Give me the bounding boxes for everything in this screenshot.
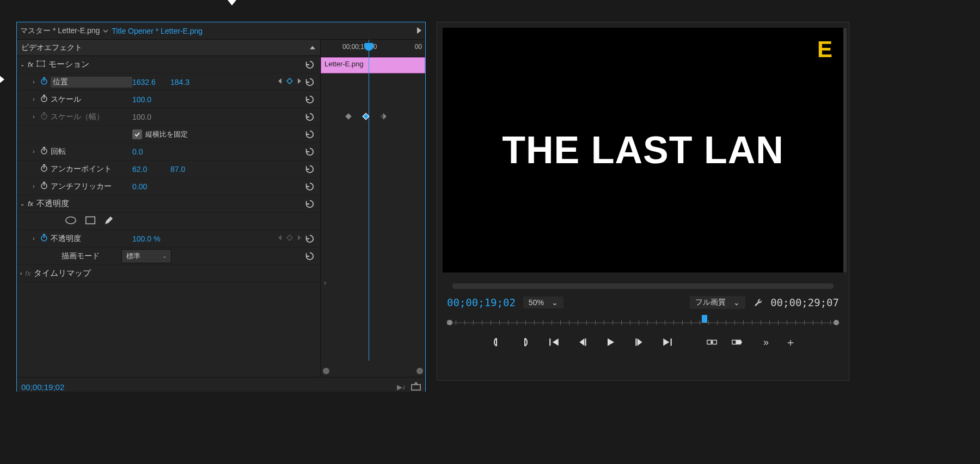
export-frame-icon[interactable]	[411, 382, 421, 392]
add-button-icon[interactable]: ＋	[785, 335, 796, 350]
effect-timeline[interactable]: 0 00;00;16;00 00 Letter-E.png ›	[321, 40, 425, 377]
duration-timecode[interactable]: 00;00;29;07	[770, 296, 839, 308]
anchor-label[interactable]: アンカーポイント	[51, 164, 132, 174]
opacity-group-header[interactable]: ⌄ fx 不透明度	[17, 195, 320, 213]
stopwatch-icon[interactable]	[40, 181, 48, 191]
prev-keyframe-icon[interactable]	[277, 234, 283, 243]
more-buttons-icon[interactable]: »	[763, 337, 769, 348]
reset-icon[interactable]	[303, 234, 317, 244]
next-keyframe-icon[interactable]	[296, 78, 303, 86]
ruler-end-knob[interactable]	[834, 320, 839, 325]
motion-group-header[interactable]: ⌄ fx モーション	[17, 56, 320, 73]
stopwatch-icon[interactable]	[40, 164, 48, 174]
quality-dropdown[interactable]: フル画質 ⌄	[690, 296, 745, 309]
loop-audio-icon[interactable]: ▶♪	[397, 383, 406, 391]
position-y-value[interactable]: 184.3	[170, 78, 209, 86]
lock-aspect-checkbox[interactable]	[132, 129, 142, 139]
opacity-value[interactable]: 100.0 %	[132, 234, 181, 243]
pen-mask-icon[interactable]	[104, 215, 114, 227]
monitor-time-ruler[interactable]	[447, 315, 839, 328]
play-button[interactable]	[603, 335, 618, 350]
svg-rect-34	[713, 340, 716, 344]
add-keyframe-icon[interactable]	[286, 78, 293, 86]
reset-icon[interactable]	[303, 182, 317, 191]
ruler-playhead-icon[interactable]	[702, 315, 707, 323]
antiflicker-value[interactable]: 0.00	[132, 182, 170, 191]
chevron-down-icon[interactable]	[103, 27, 108, 35]
add-keyframe-icon[interactable]	[286, 234, 293, 243]
blendmode-dropdown[interactable]: 標準 ⌄	[121, 249, 171, 263]
mark-out-button[interactable]	[518, 335, 534, 350]
chevron-down-icon[interactable]: ⌄	[20, 61, 24, 67]
ruler-tick-end: 00	[415, 43, 422, 57]
reset-icon[interactable]	[303, 251, 317, 261]
scale-value[interactable]: 100.0	[132, 95, 170, 104]
collapse-up-icon[interactable]	[309, 44, 316, 52]
stopwatch-icon[interactable]	[40, 233, 48, 244]
chevron-right-icon[interactable]: ›	[30, 236, 38, 242]
reset-icon[interactable]	[303, 164, 317, 174]
keyframe-diamond-icon[interactable]	[345, 113, 352, 122]
reset-icon[interactable]	[303, 129, 317, 139]
position-x-value[interactable]: 1632.6	[132, 78, 170, 86]
scroll-knob-left[interactable]	[323, 368, 329, 374]
ruler-start-knob[interactable]	[447, 320, 452, 325]
timeline-clip[interactable]: Letter-E.png	[321, 57, 425, 73]
ellipse-mask-icon[interactable]	[65, 215, 77, 227]
overwrite-button[interactable]	[730, 335, 745, 350]
keyframe-diamond-icon[interactable]	[362, 113, 370, 122]
scroll-knob-right[interactable]	[416, 368, 423, 374]
next-keyframe-icon[interactable]	[296, 234, 303, 243]
motion-box-icon[interactable]	[36, 59, 45, 70]
monitor-scrub-bar[interactable]	[452, 283, 834, 289]
antiflicker-label[interactable]: アンチフリッカー	[51, 182, 132, 191]
rotation-label[interactable]: 回転	[51, 147, 132, 157]
scale-label[interactable]: スケール	[51, 95, 132, 104]
timeremap-group-header[interactable]: › fx タイムリマップ	[17, 265, 320, 282]
insert-button[interactable]	[705, 335, 720, 350]
monitor-canvas[interactable]: E THE LAST LAN	[443, 28, 843, 273]
reset-icon[interactable]	[303, 112, 317, 122]
chevron-right-icon[interactable]: ›	[30, 114, 38, 120]
reset-icon[interactable]	[303, 95, 317, 104]
current-timecode[interactable]: 00;00;19;02	[447, 296, 516, 308]
reset-icon[interactable]	[303, 77, 317, 87]
position-label[interactable]: 位置	[51, 77, 132, 88]
anchor-y-value[interactable]: 87.0	[170, 165, 209, 174]
play-only-icon[interactable]	[416, 27, 422, 35]
rotation-value[interactable]: 0.0	[132, 147, 170, 156]
chevron-right-icon[interactable]: ›	[20, 270, 22, 276]
master-clip-label[interactable]: マスター * Letter-E.png	[20, 26, 100, 36]
opacity-label[interactable]: 不透明度	[51, 234, 132, 244]
rect-mask-icon[interactable]	[84, 215, 96, 227]
reset-icon[interactable]	[303, 60, 317, 70]
chevron-right-icon[interactable]: ›	[324, 279, 326, 287]
chevron-right-icon[interactable]: ›	[30, 183, 38, 189]
go-to-out-button[interactable]	[660, 335, 675, 350]
monitor-vertical-scrollbar[interactable]	[843, 28, 847, 273]
footer-timecode[interactable]: 00;00;19;02	[21, 382, 64, 392]
keyframe-half-icon[interactable]	[379, 113, 387, 122]
reset-icon[interactable]	[303, 199, 317, 209]
chevron-down-icon[interactable]: ⌄	[20, 201, 24, 207]
prev-keyframe-icon[interactable]	[277, 78, 283, 86]
chevron-right-icon[interactable]: ›	[30, 149, 38, 154]
zoom-dropdown[interactable]: 50% ⌄	[523, 296, 564, 308]
stopwatch-icon[interactable]	[40, 77, 48, 87]
go-to-in-button[interactable]	[547, 335, 562, 350]
step-back-button[interactable]	[575, 335, 590, 350]
playhead[interactable]	[369, 40, 369, 361]
stopwatch-icon[interactable]	[40, 146, 48, 157]
chevron-right-icon[interactable]: ›	[30, 96, 38, 102]
sequence-clip-label[interactable]: Title Opener * Letter-E.png	[112, 27, 203, 35]
chevron-right-icon[interactable]: ›	[30, 79, 38, 85]
reset-icon[interactable]	[303, 147, 317, 157]
stopwatch-icon[interactable]	[40, 94, 48, 104]
mark-in-button[interactable]	[490, 335, 505, 350]
timeline-ruler[interactable]: 0 00;00;16;00 00	[321, 40, 425, 57]
wrench-icon[interactable]	[753, 297, 763, 308]
step-forward-button[interactable]	[632, 335, 647, 350]
timeline-scrollbar[interactable]	[323, 368, 423, 374]
anchor-x-value[interactable]: 62.0	[132, 165, 170, 174]
video-effects-section[interactable]: ビデオエフェクト	[17, 40, 320, 56]
